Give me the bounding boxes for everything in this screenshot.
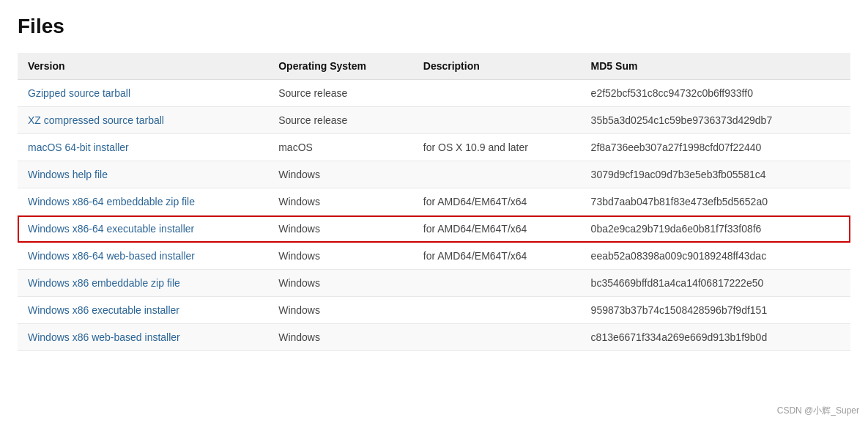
- table-row: Windows x86-64 embeddable zip fileWindow…: [18, 188, 850, 216]
- table-row: Gzipped source tarballSource releasee2f5…: [18, 80, 850, 107]
- table-row: XZ compressed source tarballSource relea…: [18, 107, 850, 134]
- col-header-md5: MD5 Sum: [581, 53, 850, 80]
- file-os: Windows: [268, 161, 413, 188]
- page-title: Files: [18, 15, 850, 38]
- file-description: for OS X 10.9 and later: [413, 134, 581, 161]
- table-row: Windows x86 embeddable zip fileWindowsbc…: [18, 270, 850, 297]
- file-description: [413, 107, 581, 134]
- file-description: [413, 161, 581, 188]
- file-md5: 3079d9cf19ac09d7b3e5eb3fb05581c4: [581, 161, 850, 188]
- table-row: Windows x86 executable installerWindows9…: [18, 297, 850, 324]
- file-md5: c813e6671f334a269e669d913b1f9b0d: [581, 324, 850, 351]
- file-md5: bc354669bffd81a4ca14f06817222e50: [581, 270, 850, 297]
- file-description: [413, 270, 581, 297]
- file-md5: 2f8a736eeb307a27f1998cfd07f22440: [581, 134, 850, 161]
- file-version-link[interactable]: Windows x86 embeddable zip file: [28, 277, 180, 289]
- file-version-link[interactable]: macOS 64-bit installer: [28, 141, 129, 153]
- files-table: Version Operating System Description MD5…: [18, 53, 850, 351]
- file-version-link[interactable]: Windows help file: [28, 169, 108, 180]
- file-md5: e2f52bcf531c8cc94732c0b6ff933ff0: [581, 80, 850, 107]
- file-version-link[interactable]: Windows x86 web-based installer: [28, 331, 180, 343]
- file-md5: 0ba2e9ca29b719da6e0b81f7f33f08f6: [581, 216, 850, 243]
- col-header-description: Description: [413, 53, 581, 80]
- col-header-version: Version: [18, 53, 268, 80]
- table-row: Windows help fileWindows3079d9cf19ac09d7…: [18, 161, 850, 188]
- file-description: [413, 324, 581, 351]
- file-version-link[interactable]: Windows x86-64 embeddable zip file: [28, 196, 195, 207]
- file-description: for AMD64/EM64T/x64: [413, 188, 581, 216]
- table-row: macOS 64-bit installermacOSfor OS X 10.9…: [18, 134, 850, 161]
- file-md5: eeab52a08398a009c90189248ff43dac: [581, 243, 850, 270]
- file-version-link[interactable]: Windows x86-64 web-based installer: [28, 250, 195, 262]
- file-description: [413, 297, 581, 324]
- col-header-os: Operating System: [268, 53, 413, 80]
- table-row: Windows x86-64 web-based installerWindow…: [18, 243, 850, 270]
- table-header-row: Version Operating System Description MD5…: [18, 53, 850, 80]
- file-os: Source release: [268, 107, 413, 134]
- file-version-link[interactable]: Windows x86-64 executable installer: [28, 223, 194, 235]
- file-md5: 35b5a3d0254c1c59be9736373d429db7: [581, 107, 850, 134]
- file-os: macOS: [268, 134, 413, 161]
- file-os: Windows: [268, 270, 413, 297]
- file-os: Windows: [268, 243, 413, 270]
- watermark: CSDN @小辉_Super: [777, 405, 859, 417]
- file-version-link[interactable]: XZ compressed source tarball: [28, 114, 164, 126]
- file-md5: 959873b37b74c1508428596b7f9df151: [581, 297, 850, 324]
- file-description: for AMD64/EM64T/x64: [413, 216, 581, 243]
- file-os: Windows: [268, 188, 413, 216]
- file-os: Windows: [268, 324, 413, 351]
- file-os: Windows: [268, 297, 413, 324]
- file-os: Windows: [268, 216, 413, 243]
- file-description: [413, 80, 581, 107]
- table-row: Windows x86 web-based installerWindowsc8…: [18, 324, 850, 351]
- file-description: for AMD64/EM64T/x64: [413, 243, 581, 270]
- file-md5: 73bd7aab047b81f83e473efb5d5652a0: [581, 188, 850, 216]
- file-version-link[interactable]: Windows x86 executable installer: [28, 304, 179, 316]
- table-row: Windows x86-64 executable installerWindo…: [18, 216, 850, 243]
- file-os: Source release: [268, 80, 413, 107]
- file-version-link[interactable]: Gzipped source tarball: [28, 87, 130, 99]
